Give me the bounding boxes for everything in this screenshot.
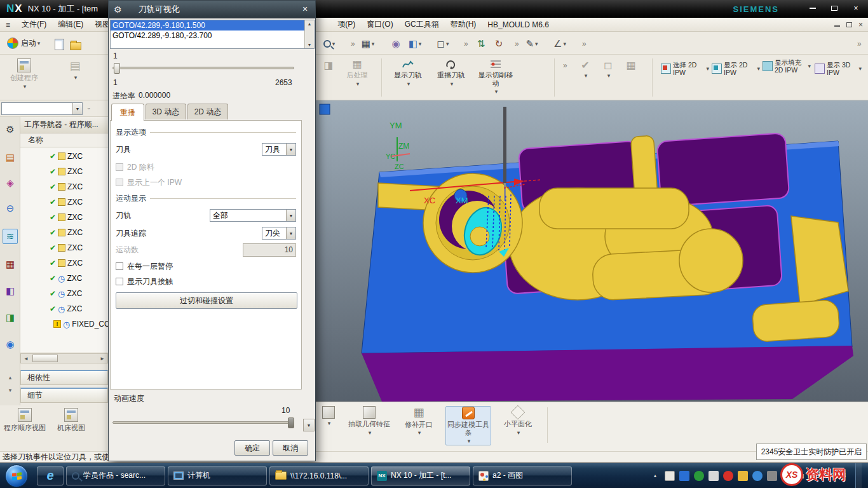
cancel-button[interactable]: 取消 (273, 440, 308, 456)
goto-list-item[interactable]: GOTO/42.289,-9.180,-23.700 (111, 30, 314, 41)
search-icon[interactable]: ▾ (321, 35, 337, 53)
scrollbar-thumb[interactable] (32, 355, 58, 362)
menu-file[interactable]: 文件(F) (16, 18, 52, 31)
child-close-icon[interactable]: × (858, 20, 863, 29)
scroll-left-icon[interactable]: ◄ (21, 356, 31, 362)
tray-icon-green[interactable] (694, 471, 704, 481)
measure-icon[interactable]: ∠▾ (552, 35, 568, 53)
scroll-down-icon[interactable]: ▾ (3, 383, 18, 398)
part-navigator-icon[interactable]: ⊖ (3, 201, 18, 216)
tree-item[interactable]: ✔ZXC (20, 179, 108, 194)
extract-geometry-button[interactable]: 抽取几何特征 ▾ (346, 406, 392, 436)
line-slider-handle[interactable] (114, 63, 120, 74)
reuse-library-icon[interactable]: ◧ (3, 283, 18, 299)
dialog-close-icon[interactable]: × (299, 4, 311, 15)
overflow-icon[interactable]: » (582, 39, 587, 48)
hidden-icons-chevron[interactable]: ▴ (650, 471, 660, 481)
collapse-arrow-icon[interactable]: ▼ (303, 419, 315, 431)
tab-3d-dynamic[interactable]: 3D 动态 (146, 104, 186, 119)
details-panel-header[interactable]: 细节 (20, 388, 108, 403)
start-button[interactable] (5, 464, 28, 487)
verify-icon-button[interactable]: ✔▾ (576, 60, 595, 79)
tree-item[interactable]: ✔◷ZXC (20, 286, 108, 301)
tray-icon-gray[interactable] (709, 471, 719, 481)
gouge-check-icon-button[interactable]: ◻▾ (599, 60, 618, 79)
child-restore-icon[interactable] (846, 22, 852, 27)
scroll-up-icon[interactable]: ▲ (308, 22, 312, 26)
patch-opening-button[interactable]: ▦ 修补开口 ▾ (396, 406, 442, 437)
constraint-navigator-icon[interactable]: ◈ (3, 175, 18, 191)
minimize-icon[interactable] (807, 4, 818, 13)
animation-speed-track[interactable] (112, 421, 294, 424)
dependencies-panel-header[interactable]: 相依性 (20, 370, 108, 385)
taskbar-item-nx[interactable]: NX NX 10 - 加工 - [t... (371, 466, 470, 485)
restore-icon[interactable] (829, 4, 840, 13)
show-toolpath-button[interactable]: 显示刀轨 ▾ (390, 58, 426, 87)
show-filled-2d-ipw-button[interactable]: 显示填充 2D IPW ▾ (763, 58, 811, 74)
sketch-icon[interactable]: ✎▾ (524, 35, 540, 53)
show-3d-ipw-button[interactable]: 显示 3D IPW ▾ (815, 61, 862, 76)
motion-count-field[interactable]: 10 (243, 243, 296, 257)
tree-item[interactable]: ✔ZXC (20, 225, 108, 240)
replay-toolpath-button[interactable]: 重播刀轨 ▾ (433, 58, 469, 87)
tree-item[interactable]: ✔ZXC (20, 255, 108, 271)
machine-view-button[interactable]: 机床视图 (52, 408, 90, 432)
program-order-view-button[interactable]: 程序顺序视图 (4, 408, 46, 432)
selection-filter-combo[interactable]: ▼ (1, 102, 83, 115)
tray-icon-yellow[interactable] (738, 471, 748, 481)
overflow-icon[interactable]: » (351, 39, 355, 48)
overflow-icon[interactable]: » (563, 61, 567, 70)
cube-display-icon[interactable]: ◧▾ (407, 35, 423, 53)
tree-horizontal-scrollbar[interactable]: ◄ ► (20, 353, 108, 363)
combo-arrow-icon[interactable]: ▼ (286, 227, 295, 239)
snap-grid-icon[interactable]: ▦▾ (360, 35, 376, 53)
tray-icon-ime[interactable] (665, 471, 675, 481)
child-window-controls[interactable]: × (834, 20, 863, 29)
operation-navigator-icon[interactable]: ≋ (3, 229, 18, 244)
taskbar-item-computer[interactable]: 计算机 (168, 466, 267, 485)
list-scrollbar[interactable]: ▲ ▼ (304, 20, 314, 48)
tree-item[interactable]: ✔ZXC (20, 149, 108, 164)
scroll-right-icon[interactable]: ► (97, 356, 107, 362)
menu-gc-toolbox[interactable]: GC工具箱 (399, 18, 445, 31)
facet-body-button[interactable]: 小平面化 ▾ (495, 406, 541, 436)
goto-list-item-selected[interactable]: GOTO/42.289,-9.180,1.500 (111, 20, 314, 30)
show-tool-contact-checkbox[interactable] (116, 278, 123, 285)
overflow-icon[interactable]: » (464, 39, 468, 48)
tree-item[interactable]: ✔ZXC (20, 164, 108, 179)
tray-icon-blue[interactable] (679, 471, 689, 481)
machine-tool-icon[interactable]: ◨ (320, 60, 337, 71)
tree-item[interactable]: ✔◷ZXC (20, 271, 108, 286)
overflow-icon[interactable]: » (515, 39, 519, 48)
machine-navigator-icon[interactable]: ▦ (3, 257, 18, 272)
rotate-icon[interactable]: ↻ (491, 35, 507, 53)
view-triad-icon[interactable] (320, 104, 330, 114)
tool-tracking-combo[interactable]: 刀尖 ▼ (262, 227, 296, 240)
2d-removal-checkbox[interactable] (116, 163, 123, 171)
child-minimize-icon[interactable] (834, 25, 840, 27)
navigator-name-column[interactable]: 名称 (20, 133, 108, 147)
ok-button[interactable]: 确定 (234, 440, 270, 456)
dialog-titlebar[interactable]: ⚙ 刀轨可视化 (109, 1, 315, 18)
menu-edit[interactable]: 编辑(E) (52, 18, 89, 31)
show-2d-ipw-button[interactable]: 显示 2D IPW ▾ (712, 61, 760, 76)
overflow-icon[interactable]: » (857, 39, 862, 48)
security-notification[interactable]: 2345安全卫士实时防护已开启 (756, 444, 867, 460)
assembly-navigator-icon[interactable]: ▤ (3, 150, 18, 165)
combo-arrow-icon[interactable]: ▼ (286, 144, 295, 155)
menu-help[interactable]: 帮助(H) (445, 18, 482, 31)
new-file-icon[interactable] (51, 36, 67, 53)
menu-window[interactable]: 窗口(O) (361, 18, 398, 31)
show-cut-moves-button[interactable]: 显示切削移动 ▾ (475, 58, 516, 95)
hd3d-tools-icon[interactable]: ◨ (3, 310, 18, 325)
taskbar-item-search[interactable]: 学员作品 - searc... (66, 466, 165, 485)
tool-combo[interactable]: 刀具 ▼ (262, 143, 296, 156)
scroll-down-icon[interactable]: ▼ (308, 43, 312, 47)
tab-2d-dynamic[interactable]: 2D 动态 (187, 104, 228, 119)
line-slider-track[interactable] (112, 67, 294, 69)
taskbar-item-paint[interactable]: a2 - 画图 (473, 466, 572, 485)
menu-preferences[interactable]: 项(P) (332, 18, 361, 31)
pause-each-level-checkbox[interactable] (116, 262, 123, 270)
web-browser-icon[interactable]: ◉ (3, 337, 18, 352)
tab-replay[interactable]: 重播 (111, 104, 144, 121)
